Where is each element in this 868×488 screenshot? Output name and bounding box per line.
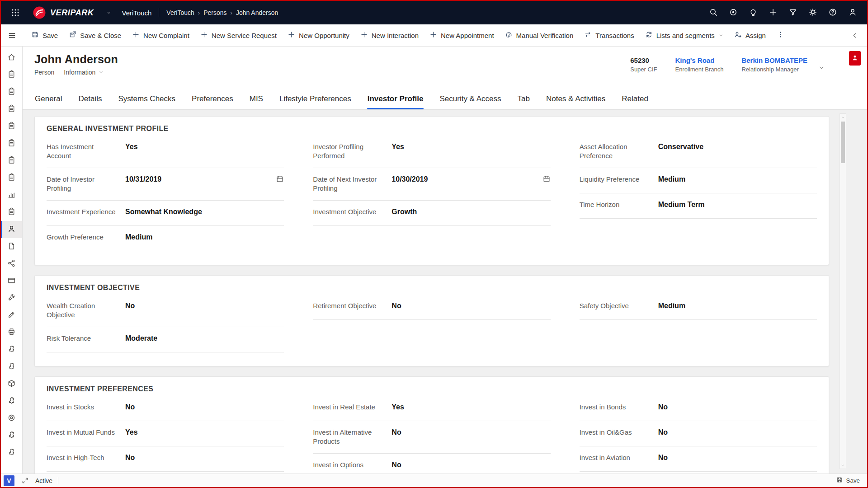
sidebar-item-12-share[interactable] xyxy=(1,255,22,272)
tab-investor-profile[interactable]: Investor Profile xyxy=(367,94,424,109)
field-value[interactable]: No xyxy=(125,403,284,412)
sidebar-item-3-clipboard[interactable] xyxy=(1,101,22,118)
assign-button[interactable]: Assign xyxy=(729,27,771,44)
sidebar-item-5-clipboard[interactable] xyxy=(1,135,22,152)
tab-lifestyle-preferences[interactable]: Lifestyle Preferences xyxy=(279,94,352,109)
topbar-filter-button[interactable] xyxy=(785,5,801,21)
field-value[interactable]: Somewhat Knowledge xyxy=(125,207,284,216)
breadcrumb-item-persons[interactable]: Persons xyxy=(203,9,226,16)
manual-verification-button[interactable]: Manual Verification xyxy=(500,27,579,44)
tab-security-access[interactable]: Security & Access xyxy=(439,94,501,109)
expand-icon[interactable] xyxy=(20,476,30,486)
topbar-person-button[interactable] xyxy=(844,5,861,21)
field-value[interactable]: Moderate xyxy=(125,334,284,343)
sidebar-item-19-cube[interactable] xyxy=(1,375,22,393)
veritouch-badge[interactable]: V xyxy=(4,475,14,486)
summary-link[interactable]: King's Road xyxy=(675,56,723,64)
app-name[interactable]: VeriTouch xyxy=(122,9,151,17)
scrollbar-down-icon[interactable] xyxy=(840,462,846,469)
hamburger-menu-icon[interactable] xyxy=(1,24,23,46)
field-value[interactable]: No xyxy=(392,301,550,310)
breadcrumb-item-john-anderson[interactable]: John Anderson xyxy=(236,9,278,16)
save-close-button[interactable]: Save & Close xyxy=(64,27,126,44)
topbar-gear-button[interactable] xyxy=(805,5,821,21)
sidebar-item-9-clipboard[interactable] xyxy=(1,204,22,221)
sidebar-item-15-pencil[interactable] xyxy=(1,307,22,324)
field-value[interactable]: No xyxy=(658,453,817,462)
new-service-request-button[interactable]: New Service Request xyxy=(195,27,282,44)
tab-details[interactable]: Details xyxy=(78,94,102,109)
tab-systems-checks[interactable]: Systems Checks xyxy=(118,94,176,109)
new-interaction-button[interactable]: New Interaction xyxy=(355,27,424,44)
field-value[interactable]: No xyxy=(658,403,817,412)
breadcrumb-item-veritouch[interactable]: VeriTouch xyxy=(166,9,194,16)
sidebar-item-8-chart[interactable] xyxy=(1,187,22,204)
field-value[interactable]: Medium xyxy=(125,233,284,242)
assistant-person-icon[interactable] xyxy=(849,51,861,66)
form-selector[interactable]: Information xyxy=(64,69,104,76)
topbar-target-button[interactable] xyxy=(725,5,741,21)
sidebar-item-11-document[interactable] xyxy=(1,238,22,255)
field-value[interactable]: Medium Term xyxy=(658,200,817,209)
sidebar-item-2-clipboard[interactable] xyxy=(1,84,22,101)
lists-and-segments-button[interactable]: Lists and segments xyxy=(640,27,728,44)
field-value[interactable]: Yes xyxy=(392,403,550,412)
sidebar-item-13-card[interactable] xyxy=(1,272,22,290)
sidebar-item-14-wrench[interactable] xyxy=(1,290,22,307)
field-value[interactable]: Yes xyxy=(125,428,284,437)
tab-preferences[interactable]: Preferences xyxy=(191,94,234,109)
header-expand-chevron-icon[interactable] xyxy=(816,62,827,74)
sidebar-item-16-printer[interactable] xyxy=(1,324,22,341)
sidebar-item-10-person[interactable] xyxy=(1,221,22,238)
sidebar-item-6-clipboard[interactable] xyxy=(1,152,22,169)
collapse-pane-chevron-icon[interactable] xyxy=(845,26,863,44)
field-value[interactable]: Growth xyxy=(392,207,550,216)
calendar-icon[interactable] xyxy=(542,175,551,185)
scrollbar-thumb[interactable] xyxy=(841,122,845,163)
save-button[interactable]: Save xyxy=(26,27,63,44)
calendar-icon[interactable] xyxy=(276,175,284,185)
field-value[interactable]: Conservative xyxy=(658,142,817,151)
summary-link[interactable]: Berkin BOMBATEPE xyxy=(741,56,807,64)
new-complaint-button[interactable]: New Complaint xyxy=(127,27,194,44)
scrollbar-up-icon[interactable] xyxy=(840,114,846,121)
field-value[interactable]: Medium xyxy=(658,301,817,310)
tab-mis[interactable]: MIS xyxy=(249,94,264,109)
field-value[interactable]: No xyxy=(392,428,550,437)
field-value[interactable]: Medium xyxy=(658,175,817,184)
topbar-lightbulb-button[interactable] xyxy=(745,5,761,21)
field-value[interactable]: No xyxy=(125,301,284,310)
footer-save-button[interactable]: Save xyxy=(836,476,860,485)
field-value[interactable]: 10/31/2019 xyxy=(125,175,284,185)
transactions-button[interactable]: Transactions xyxy=(579,27,639,44)
sidebar-item-17-puzzle[interactable] xyxy=(1,341,22,358)
topbar-search-button[interactable] xyxy=(705,5,722,21)
topbar-help-button[interactable] xyxy=(825,5,841,21)
field-value[interactable]: No xyxy=(658,428,817,437)
field-value[interactable]: No xyxy=(392,460,550,469)
sidebar-item-18-puzzle[interactable] xyxy=(1,358,22,375)
field-value[interactable]: Yes xyxy=(392,142,550,151)
waffle-icon[interactable] xyxy=(7,5,24,21)
more-button[interactable] xyxy=(772,27,789,44)
sidebar-item-20-puzzle[interactable] xyxy=(1,393,22,410)
vertical-scrollbar[interactable] xyxy=(840,113,846,469)
sidebar-item-21-target2[interactable] xyxy=(1,410,22,427)
sidebar-item-4-clipboard[interactable] xyxy=(1,118,22,135)
sidebar-item-1-clipboard[interactable] xyxy=(1,66,22,84)
field-value[interactable]: No xyxy=(125,453,284,462)
field-value[interactable]: Yes xyxy=(125,142,284,151)
tab-notes-activities[interactable]: Notes & Activities xyxy=(546,94,606,109)
sidebar-item-0-home[interactable] xyxy=(1,49,22,66)
app-switcher-chevron-icon[interactable] xyxy=(101,5,117,21)
tab-related[interactable]: Related xyxy=(621,94,649,109)
field-value[interactable]: 10/30/2019 xyxy=(392,175,550,185)
sidebar-item-22-puzzle[interactable] xyxy=(1,427,22,444)
tab-general[interactable]: General xyxy=(34,94,62,109)
topbar-plus-button[interactable] xyxy=(765,5,781,21)
new-appointment-button[interactable]: New Appointment xyxy=(425,27,499,44)
new-opportunity-button[interactable]: New Opportunity xyxy=(283,27,354,44)
tab-tab[interactable]: Tab xyxy=(517,94,530,109)
sidebar-item-23-puzzle[interactable] xyxy=(1,444,22,461)
sidebar-item-7-clipboard[interactable] xyxy=(1,169,22,187)
